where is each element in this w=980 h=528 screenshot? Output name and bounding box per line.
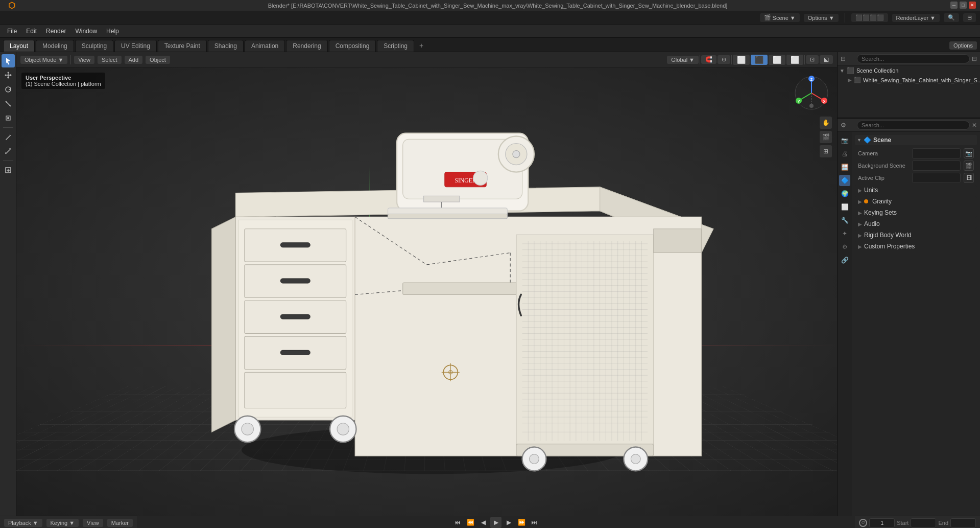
bg-scene-browse-icon[interactable]: 🎬	[964, 160, 974, 171]
snap-toggle[interactable]: 🧲	[701, 55, 716, 64]
svg-text:X: X	[823, 100, 826, 103]
menu-edit[interactable]: Edit	[22, 27, 41, 36]
minimize-button[interactable]: ─	[950, 2, 958, 9]
select-menu[interactable]: Select	[98, 56, 122, 64]
tool-move[interactable]	[2, 68, 15, 82]
jump-end-btn[interactable]: ⏭	[529, 517, 540, 528]
menu-window[interactable]: Window	[71, 27, 101, 36]
tab-sculpting[interactable]: Sculpting	[75, 40, 113, 52]
marker-btn[interactable]: Marker	[107, 519, 133, 527]
tab-modeling[interactable]: Modeling	[36, 40, 74, 52]
tool-cursor[interactable]	[2, 54, 15, 67]
tab-modifier[interactable]: 🔧	[839, 215, 850, 226]
props-filter-icon[interactable]: ✕	[972, 122, 977, 129]
proportional-toggle[interactable]: ⊙	[718, 55, 730, 64]
units-section[interactable]: ▶ Units	[855, 185, 977, 195]
shading-wireframe[interactable]: ⬜	[733, 55, 750, 65]
icons-switcher[interactable]: ⬛⬛⬛⬛	[851, 13, 888, 22]
tab-texture-paint[interactable]: Texture Paint	[158, 40, 207, 52]
bg-scene-value[interactable]	[912, 160, 961, 171]
tab-layout[interactable]: Layout	[3, 40, 35, 52]
options-header-btn[interactable]: Options	[949, 41, 977, 50]
add-workspace-button[interactable]: +	[415, 39, 427, 52]
keying-btn[interactable]: Keying ▼	[46, 519, 79, 527]
rigid-body-world-section[interactable]: ▶ Rigid Body World	[855, 230, 977, 240]
object-mode-selector[interactable]: Object Mode ▼	[20, 56, 67, 64]
tab-world[interactable]: 🌍	[839, 188, 850, 199]
tab-particles[interactable]: ✦	[839, 228, 850, 239]
zoom-icon[interactable]: 🎬	[820, 131, 832, 143]
renderlayer-selector[interactable]: RenderLayer ▼	[892, 14, 940, 22]
view-btn[interactable]: View	[83, 519, 103, 527]
camera-browse-icon[interactable]: 📷	[964, 148, 974, 158]
tab-uv-editing[interactable]: UV Editing	[114, 40, 157, 52]
tab-output[interactable]: 🖨	[839, 148, 850, 159]
tool-add-object[interactable]	[2, 164, 15, 177]
shading-solid[interactable]: ⬛	[751, 55, 768, 65]
tab-rendering[interactable]: Rendering	[286, 40, 327, 52]
active-clip-browse-icon[interactable]: 🎞	[964, 173, 974, 183]
custom-properties-section[interactable]: ▶ Custom Properties	[855, 241, 977, 251]
nav-gizmo[interactable]: Z X Y	[791, 73, 832, 113]
tool-annotate[interactable]	[2, 130, 15, 144]
options-button[interactable]: Options ▼	[804, 14, 839, 22]
keying-sets-section[interactable]: ▶ Keying Sets	[855, 208, 977, 218]
next-frame-btn[interactable]: ▶	[503, 517, 514, 528]
tab-scripting[interactable]: Scripting	[377, 40, 414, 52]
title-bar: ⬡ Blender* [E:\RABOTA\CONVERT\White_Sewi…	[0, 0, 980, 11]
tab-shading[interactable]: Shading	[208, 40, 244, 52]
timeline-header: Playback ▼ Keying ▼ View Marker ⏮ ⏪ ◀ ▶ …	[0, 516, 980, 528]
step-back-btn[interactable]: ⏪	[465, 517, 476, 528]
grid-icon[interactable]: ⊞	[820, 145, 832, 157]
object-menu[interactable]: Object	[146, 56, 170, 64]
gravity-section[interactable]: ▶ Gravity	[855, 196, 977, 206]
scene-selector[interactable]: 🎬 Scene ▼	[760, 13, 800, 22]
search-button[interactable]: 🔍	[944, 13, 959, 22]
view-menu[interactable]: View	[74, 56, 94, 64]
tab-object[interactable]: ⬜	[839, 201, 850, 213]
scene-section-header[interactable]: ▼ 🔷 Scene	[855, 135, 977, 145]
add-menu[interactable]: Add	[125, 56, 143, 64]
tool-measure[interactable]	[2, 145, 15, 158]
tab-physics[interactable]: ⚙	[839, 241, 850, 252]
menu-render[interactable]: Render	[42, 27, 70, 36]
tool-scale[interactable]	[2, 97, 15, 110]
tab-scene[interactable]: 🔷	[839, 175, 850, 186]
xray-toggle[interactable]: ⬕	[820, 55, 833, 64]
filter-button[interactable]: ⊟	[963, 13, 976, 22]
play-btn[interactable]: ▶	[490, 517, 501, 528]
outliner-filter-icon[interactable]: ⊟	[972, 55, 977, 62]
properties-search-input[interactable]	[857, 121, 970, 130]
overlay-toggle[interactable]: ⊡	[806, 55, 819, 64]
outliner-search-input[interactable]	[857, 54, 970, 63]
jump-start-btn[interactable]: ⏮	[452, 517, 463, 528]
menu-file[interactable]: File	[3, 27, 21, 36]
scene-collection-row[interactable]: ▼ ⬛ Scene Collection	[838, 65, 980, 76]
tab-constraints[interactable]: 🔗	[839, 255, 850, 266]
shading-material[interactable]: ⬜	[769, 55, 785, 65]
end-frame-input[interactable]: 250	[950, 518, 976, 527]
camera-value[interactable]	[912, 148, 961, 158]
menu-help[interactable]: Help	[102, 27, 123, 36]
tool-transform[interactable]	[2, 111, 15, 125]
start-frame-input[interactable]: 1	[911, 518, 936, 527]
audio-section[interactable]: ▶ Audio	[855, 219, 977, 229]
current-frame-input[interactable]: 1	[869, 518, 895, 527]
active-clip-value[interactable]	[912, 173, 961, 183]
global-transform-selector[interactable]: Global ▼	[667, 56, 699, 64]
viewport-canvas[interactable]: // Generate grid of dots for mesh patter…	[16, 67, 837, 516]
maximize-button[interactable]: □	[960, 2, 967, 9]
tab-compositing[interactable]: Compositing	[329, 40, 376, 52]
close-button[interactable]: ✕	[969, 2, 976, 9]
viewport[interactable]: Object Mode ▼ View Select Add Object Glo…	[16, 52, 837, 516]
tab-view-layer[interactable]: 🪟	[839, 162, 850, 173]
tab-render[interactable]: 📷	[839, 135, 850, 146]
prev-frame-btn[interactable]: ◀	[477, 517, 489, 528]
shading-rendered[interactable]: ⬜	[786, 55, 803, 65]
outliner-item-0[interactable]: ▶ ⬛ White_Sewing_Table_Cabinet_with_Sing…	[846, 76, 980, 84]
step-fwd-btn[interactable]: ⏩	[516, 517, 527, 528]
tab-animation[interactable]: Animation	[245, 40, 285, 52]
playback-btn[interactable]: Playback ▼	[4, 519, 42, 527]
tool-rotate[interactable]	[2, 83, 15, 96]
zoom-hand-icon[interactable]: ✋	[820, 117, 832, 129]
